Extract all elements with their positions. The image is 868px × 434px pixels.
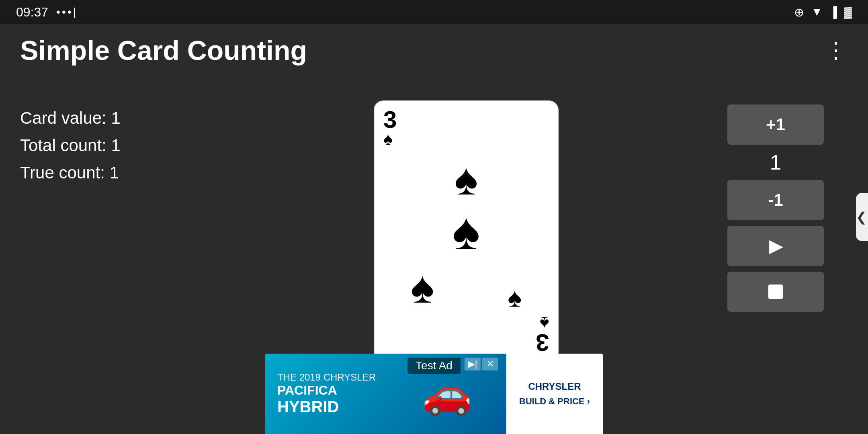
edge-handle[interactable]: ❮: [856, 193, 868, 241]
card-container: 3 ♠ ♠ ♠ ♠ ♠ 3 ♠: [213, 100, 719, 362]
ad-play-button[interactable]: ▶|: [465, 358, 481, 371]
app-bar: Simple Card Counting ⋮: [0, 24, 868, 76]
signal-icon: ▐: [830, 6, 837, 18]
main-content: Card value: 1 Total count: 1 True count:…: [0, 76, 868, 354]
status-bar-left: 09:37 •••|: [16, 5, 78, 20]
stats-panel: Card value: 1 Total count: 1 True count:…: [20, 100, 213, 190]
total-count-stat: Total count: 1: [20, 136, 213, 155]
play-icon: ▶: [769, 236, 782, 256]
playing-card: 3 ♠ ♠ ♠ ♠ ♠ 3 ♠: [374, 100, 559, 362]
card-suit-bottom-right: ♠: [540, 314, 549, 332]
ad-controls: ▶| ✕: [465, 358, 498, 371]
status-bar: 09:37 •••| ⊕ ▼ ▐ ▓: [0, 0, 868, 24]
status-bar-right: ⊕ ▼ ▐ ▓: [794, 5, 852, 19]
ad-label: Test Ad: [407, 358, 461, 374]
add-icon: ⊕: [794, 5, 804, 19]
app-title: Simple Card Counting: [20, 35, 307, 66]
ad-model: HYBRID: [277, 398, 376, 416]
play-button[interactable]: ▶: [727, 226, 824, 266]
count-display: 1: [727, 150, 824, 174]
status-dots: •••|: [56, 6, 78, 18]
controls-panel: +1 1 -1 ▶: [719, 100, 832, 312]
more-menu-icon[interactable]: ⋮: [825, 39, 848, 61]
ad-text-block: THE 2019 CHRYSLER PACIFICA HYBRID: [265, 364, 388, 424]
status-time: 09:37: [16, 5, 48, 20]
ad-right-panel: CHRYSLER BUILD & PRICE ›: [506, 354, 603, 434]
pip-top: ♠: [454, 154, 478, 205]
battery-icon: ▓: [844, 6, 852, 18]
true-count-stat: True count: 1: [20, 163, 213, 182]
pip-middle: ♠: [452, 201, 480, 261]
minus-one-button[interactable]: -1: [727, 180, 824, 220]
ad-chrysler-logo: CHRYSLER: [528, 381, 581, 392]
ad-year: THE 2019 CHRYSLER: [277, 372, 376, 383]
ad-car-image: 🚗: [388, 370, 506, 418]
pip-bottom-left: ♠: [411, 262, 434, 313]
wifi-icon: ▼: [811, 6, 823, 18]
ad-build-price[interactable]: BUILD & PRICE ›: [519, 396, 590, 407]
plus-one-button[interactable]: +1: [727, 104, 824, 145]
stop-button[interactable]: [727, 272, 824, 312]
card-rank-bottom-right: 3: [536, 330, 549, 354]
stop-icon: [768, 285, 783, 299]
ad-banner: Test Ad THE 2019 CHRYSLER PACIFICA HYBRI…: [265, 354, 603, 434]
car-icon: 🚗: [422, 370, 472, 418]
chevron-left-icon: ❮: [856, 209, 867, 225]
ad-brand: PACIFICA: [277, 383, 376, 398]
card-value-stat: Card value: 1: [20, 108, 213, 128]
ad-close-button[interactable]: ✕: [482, 358, 498, 371]
card-pips: ♠ ♠ ♠ ♠: [375, 101, 558, 361]
pip-bottom-right: ♠: [508, 283, 522, 313]
